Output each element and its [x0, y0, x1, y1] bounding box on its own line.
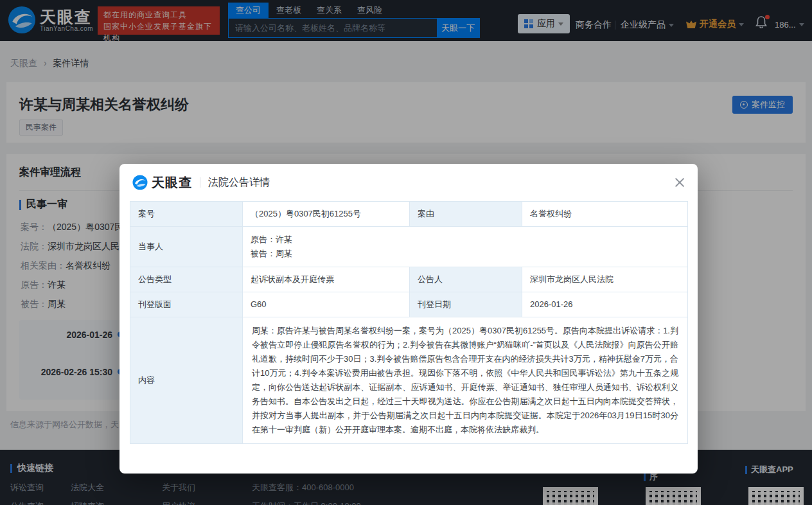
- case-number-value: （2025）粤0307民初61255号: [243, 202, 410, 227]
- table-row: 公告类型 起诉状副本及开庭传票 公告人 深圳市龙岗区人民法院: [130, 267, 688, 292]
- modal-brand-name: 天眼查: [152, 174, 192, 191]
- announcement-content: 周某：原告许某与被告周某名誉权纠纷一案，案号为（2025）粤0307民初6125…: [243, 317, 688, 444]
- tianyancha-case-detail-page: 天眼查 TianYanCha.com 都在用的商业查询工具 国家中小企业发展子基…: [0, 0, 812, 505]
- modal-header: 天眼查 法院公告详情: [119, 164, 698, 201]
- close-icon[interactable]: [673, 176, 686, 189]
- publication-page-value: G60: [243, 292, 410, 317]
- publication-date-value: 2026-01-26: [522, 292, 688, 317]
- cause-value: 名誉权纠纷: [522, 202, 688, 227]
- party-label: 当事人: [130, 227, 243, 267]
- modal-title: 法院公告详情: [208, 176, 270, 190]
- publication-date-label: 刊登日期: [410, 292, 522, 317]
- announcer-value: 深圳市龙岗区人民法院: [522, 267, 688, 292]
- court-announcement-modal: 天眼查 法院公告详情 案号 （2025）粤0307民初61255号 案由 名誉权…: [119, 164, 698, 474]
- publication-page-label: 刊登版面: [130, 292, 243, 317]
- plaintiff-line: 原告：许某: [251, 233, 680, 247]
- content-label: 内容: [130, 317, 243, 444]
- announcement-detail-table: 案号 （2025）粤0307民初61255号 案由 名誉权纠纷 当事人 原告：许…: [130, 201, 688, 444]
- case-number-label: 案号: [130, 202, 243, 227]
- table-row: 当事人 原告：许某 被告：周某: [130, 227, 688, 267]
- modal-title-divider: [200, 177, 200, 188]
- announcement-type-value: 起诉状副本及开庭传票: [243, 267, 410, 292]
- brand-swirl-icon: [132, 175, 148, 190]
- table-row: 内容 周某：原告许某与被告周某名誉权纠纷一案，案号为（2025）粤0307民初6…: [130, 317, 688, 444]
- defendant-line: 被告：周某: [251, 247, 680, 261]
- party-value: 原告：许某 被告：周某: [243, 227, 688, 267]
- table-row: 刊登版面 G60 刊登日期 2026-01-26: [130, 292, 688, 317]
- cause-label: 案由: [410, 202, 522, 227]
- announcer-label: 公告人: [410, 267, 522, 292]
- table-row: 案号 （2025）粤0307民初61255号 案由 名誉权纠纷: [130, 202, 688, 227]
- announcement-type-label: 公告类型: [130, 267, 243, 292]
